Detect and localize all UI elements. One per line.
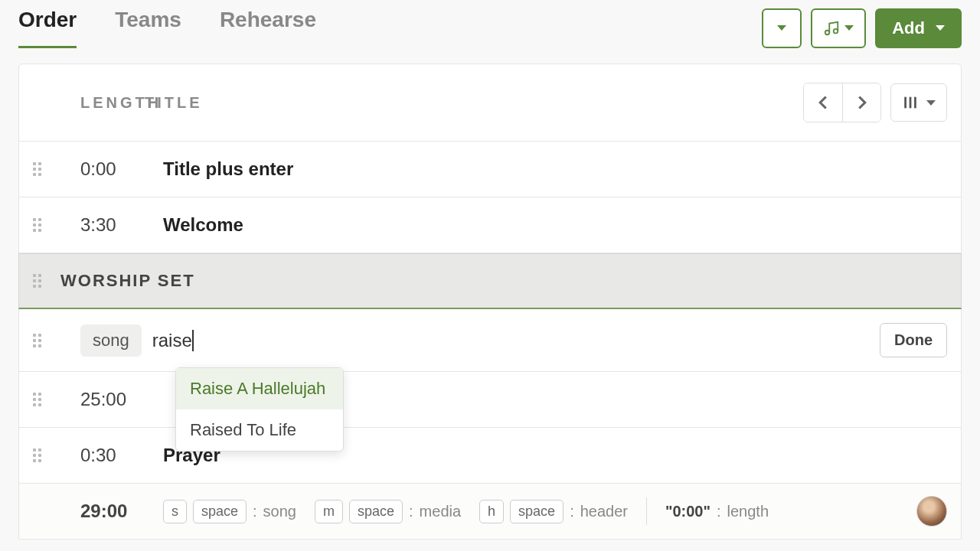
- prev-button[interactable]: [804, 83, 842, 122]
- title-cell: Welcome: [163, 214, 947, 236]
- hint-label: song: [263, 503, 296, 520]
- hint-label: media: [420, 503, 461, 520]
- tab-rehearse[interactable]: Rehearse: [220, 8, 316, 48]
- music-dropdown-button[interactable]: [811, 8, 866, 48]
- chevron-left-icon: [818, 95, 828, 110]
- chevron-down-icon: [844, 25, 854, 31]
- length-cell: 3:30: [51, 214, 163, 236]
- keyboard-hints: s space : song m space : media h space :…: [163, 497, 916, 525]
- key-icon: m: [315, 500, 343, 523]
- columns-button[interactable]: [890, 83, 947, 122]
- add-button-label: Add: [892, 18, 925, 38]
- nav-buttons: [803, 83, 881, 122]
- tab-order[interactable]: Order: [18, 8, 77, 48]
- footer-row: 29:00 s space : song m space : media h s…: [18, 484, 962, 540]
- next-button[interactable]: [842, 83, 880, 122]
- length-cell: 0:30: [51, 445, 163, 466]
- title-column-header: TITLE: [145, 94, 803, 112]
- chevron-right-icon: [857, 95, 867, 110]
- table-row[interactable]: 25:00: [18, 372, 962, 428]
- hint-label: length: [727, 503, 769, 520]
- table-header: LENGTH TITLE: [18, 64, 962, 142]
- table-row[interactable]: 0:30 Prayer: [18, 428, 962, 484]
- header-controls: [803, 83, 947, 122]
- hint-header: h space : header: [479, 500, 628, 523]
- main-tabs: Order Teams Rehearse: [18, 8, 316, 48]
- tab-teams[interactable]: Teams: [115, 8, 181, 48]
- key-icon: s: [163, 500, 187, 523]
- title-cell: Title plus enter: [163, 158, 947, 180]
- chevron-down-icon: [936, 25, 945, 31]
- add-button[interactable]: Add: [875, 8, 962, 48]
- drag-handle-icon[interactable]: [33, 393, 51, 406]
- key-icon: space: [510, 500, 564, 523]
- drag-handle-icon[interactable]: [33, 218, 51, 232]
- song-input-row: song raise Done Raise A Hallelujah Raise…: [18, 309, 962, 372]
- divider: [646, 497, 647, 525]
- svg-point-1: [834, 28, 838, 32]
- key-icon: h: [479, 500, 504, 523]
- table-row[interactable]: 0:00 Title plus enter: [18, 142, 962, 197]
- more-dropdown-button[interactable]: [762, 8, 802, 48]
- autocomplete-dropdown: Raise A Hallelujah Raised To Life: [175, 367, 344, 452]
- topbar-actions: Add: [762, 8, 962, 48]
- length-column-header: LENGTH: [33, 94, 145, 112]
- table-row[interactable]: 3:30 Welcome: [18, 197, 962, 253]
- svg-point-0: [825, 30, 830, 34]
- total-length: 29:00: [51, 500, 163, 522]
- chevron-down-icon: [777, 25, 786, 31]
- section-title: WORSHIP SET: [51, 271, 195, 291]
- content-area: LENGTH TITLE 0:00 Title plus enter 3:30 …: [0, 48, 980, 540]
- autocomplete-item[interactable]: Raised To Life: [176, 409, 343, 451]
- hint-media: m space : media: [315, 500, 461, 523]
- drag-handle-icon[interactable]: [33, 448, 51, 462]
- top-bar: Order Teams Rehearse Add: [0, 0, 980, 48]
- length-cell: 0:00: [51, 158, 163, 180]
- hint-song: s space : song: [163, 500, 296, 523]
- hint-length: "0:00" : length: [665, 503, 769, 520]
- done-button[interactable]: Done: [880, 323, 947, 357]
- hint-quote: "0:00": [665, 503, 710, 520]
- music-icon: [823, 20, 840, 37]
- drag-handle-icon[interactable]: [33, 334, 51, 347]
- drag-handle-icon[interactable]: [33, 162, 51, 176]
- section-header[interactable]: WORSHIP SET: [18, 253, 962, 309]
- key-icon: space: [349, 500, 403, 523]
- avatar[interactable]: [916, 496, 947, 527]
- hint-label: header: [580, 503, 628, 520]
- drag-handle-icon[interactable]: [33, 274, 51, 288]
- key-icon: space: [193, 500, 247, 523]
- columns-icon: [902, 94, 919, 111]
- song-type-chip[interactable]: song: [80, 324, 142, 357]
- length-cell: 25:00: [51, 389, 163, 410]
- autocomplete-item[interactable]: Raise A Hallelujah: [176, 368, 343, 409]
- chevron-down-icon: [926, 100, 936, 106]
